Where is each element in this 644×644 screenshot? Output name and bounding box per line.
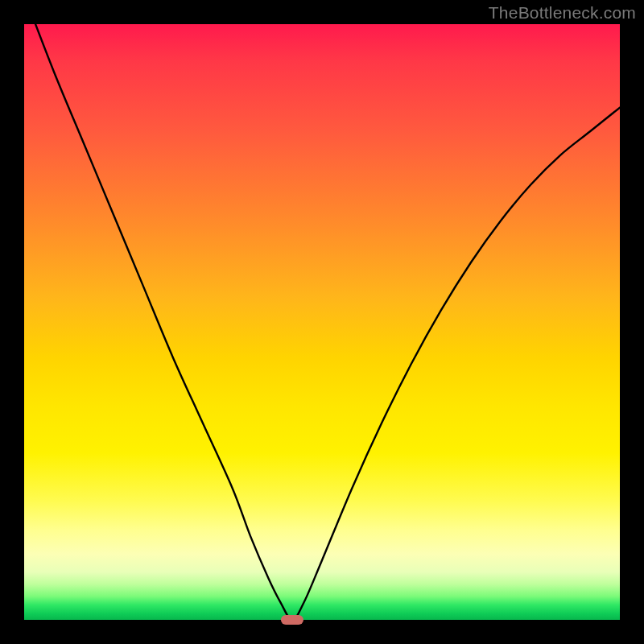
bottleneck-curve [24, 24, 620, 620]
watermark-text: TheBottleneck.com [489, 3, 636, 23]
chart-frame: TheBottleneck.com [0, 0, 644, 644]
optimal-point-marker [281, 615, 303, 625]
plot-area [24, 24, 620, 620]
